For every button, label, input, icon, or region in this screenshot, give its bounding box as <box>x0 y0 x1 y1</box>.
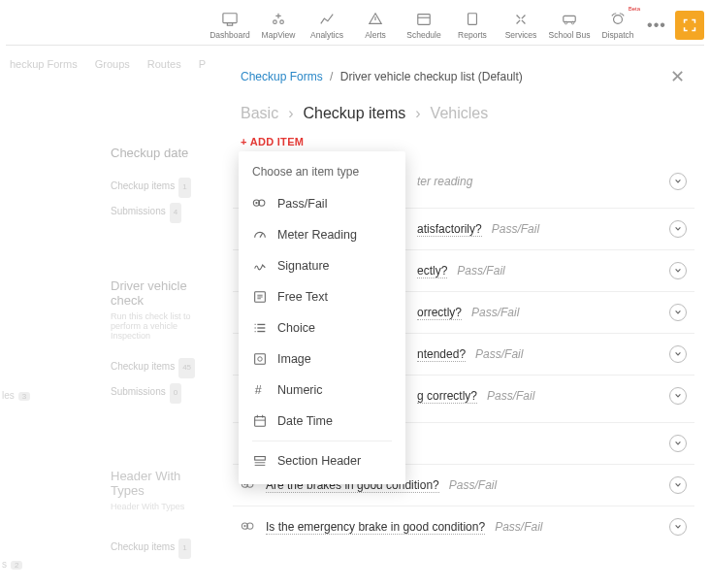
nav-alerts[interactable]: Alerts <box>351 6 400 45</box>
divider <box>252 441 392 441</box>
dropdown-option-passfail[interactable]: Pass/Fail <box>239 188 405 219</box>
checkup-item-row: Is the emergency brake in good condition… <box>233 506 694 547</box>
passfail-icon <box>252 196 268 212</box>
item-label[interactable]: ntended? <box>417 347 466 362</box>
datetime-icon <box>252 413 268 429</box>
top-nav: DashboardMapViewAnalyticsAlertsScheduleR… <box>0 6 710 45</box>
numeric-icon <box>252 382 268 398</box>
tab[interactable]: P <box>199 58 206 70</box>
expand-row-icon[interactable] <box>669 220 687 238</box>
badge: 0 <box>170 383 181 404</box>
dropdown-option-image[interactable]: Image <box>239 343 405 375</box>
nav-dispatch[interactable]: DispatchBeta <box>594 6 642 45</box>
expand-row-icon[interactable] <box>669 262 687 279</box>
option-label: Free Text <box>277 290 328 304</box>
more-icon[interactable]: ••• <box>642 16 671 34</box>
tab[interactable]: Routes <box>147 58 181 70</box>
separator: / <box>330 70 333 83</box>
option-label: Choice <box>277 321 315 335</box>
step-basic[interactable]: Basic <box>241 105 278 122</box>
nav-schedule[interactable]: Schedule <box>400 6 448 45</box>
expand-row-icon[interactable] <box>669 518 687 536</box>
schedule-icon <box>415 12 433 27</box>
option-label: Image <box>277 352 311 366</box>
background-content: heckup Forms Groups Routes P Checkup dat… <box>0 45 225 588</box>
dropdown-title: Choose an item type <box>239 157 405 188</box>
schoolbus-icon <box>561 12 578 27</box>
badge: 1 <box>178 178 190 198</box>
expand-row-icon[interactable] <box>669 435 687 452</box>
dropdown-option-meter[interactable]: Meter Reading <box>239 219 405 250</box>
expand-row-icon[interactable] <box>669 304 687 321</box>
chevron-right-icon: › <box>288 105 293 122</box>
nav-schoolbus[interactable]: School Bus <box>545 6 594 45</box>
item-label[interactable]: g correctly? <box>417 389 477 404</box>
dropdown-option-datetime[interactable]: Date Time <box>239 406 405 437</box>
form-title: Checkup date <box>111 146 217 160</box>
badge: 1 <box>178 539 190 559</box>
option-label: Meter Reading <box>277 228 357 242</box>
step-vehicles[interactable]: Vehicles <box>431 105 489 122</box>
expand-button[interactable] <box>675 11 704 40</box>
item-type: Pass/Fail <box>487 389 534 403</box>
reports-icon <box>464 12 481 27</box>
dropdown-option-freetext[interactable]: Free Text <box>239 281 405 312</box>
nav-reports[interactable]: Reports <box>448 6 497 45</box>
add-item-button[interactable]: + ADD ITEM <box>225 130 704 149</box>
alerts-icon <box>367 12 384 27</box>
item-type: Pass/Fail <box>449 478 497 492</box>
badge: 4 <box>170 203 181 223</box>
tab[interactable]: heckup Forms <box>10 58 78 70</box>
nav-label: Dispatch <box>601 30 633 40</box>
signature-icon <box>252 258 268 274</box>
expand-row-icon[interactable] <box>669 345 687 363</box>
nav-label: MapView <box>262 30 296 40</box>
badge: 45 <box>178 358 195 378</box>
freetext-icon <box>252 289 268 305</box>
image-icon <box>252 351 268 367</box>
nav-analytics[interactable]: Analytics <box>303 6 351 45</box>
expand-row-icon[interactable] <box>669 476 687 494</box>
nav-mapview[interactable]: MapView <box>254 6 303 45</box>
dropdown-option-numeric[interactable]: Numeric <box>239 375 405 406</box>
option-label: Section Header <box>277 454 361 468</box>
passfail-icon <box>241 519 256 535</box>
item-label[interactable]: atisfactorily? <box>417 222 482 237</box>
nav-dashboard[interactable]: Dashboard <box>206 6 254 45</box>
badge: 2 <box>11 561 22 570</box>
subtitle: Run this check list to perform a vehicle… <box>111 311 217 341</box>
item-label[interactable]: ectly? <box>417 264 447 278</box>
nav-services[interactable]: Services <box>497 6 545 45</box>
form-title: Driver vehicle check <box>111 278 217 308</box>
label: Submissions <box>111 206 166 216</box>
meter-icon <box>252 227 268 243</box>
dropdown-option-section[interactable]: Section Header <box>239 445 405 476</box>
item-label[interactable]: Is the emergency brake in good condition… <box>266 520 485 535</box>
tab[interactable]: Groups <box>95 58 130 70</box>
breadcrumb-link[interactable]: Checkup Forms <box>241 70 323 83</box>
nav-label: Reports <box>458 30 487 40</box>
dropdown-option-signature[interactable]: Signature <box>239 250 405 281</box>
breadcrumb-current: Driver vehicle checkup list (Default) <box>340 70 523 83</box>
option-label: Pass/Fail <box>277 197 327 211</box>
badge: 3 <box>18 392 30 401</box>
nav-label: Dashboard <box>210 30 250 40</box>
item-type: Pass/Fail <box>495 520 542 534</box>
option-label: Signature <box>277 259 330 273</box>
nav-label: Alerts <box>365 30 386 40</box>
label: s <box>2 559 7 570</box>
dropdown-option-choice[interactable]: Choice <box>239 312 405 343</box>
expand-row-icon[interactable] <box>669 173 687 190</box>
services-icon <box>512 12 530 27</box>
close-icon[interactable]: ✕ <box>666 62 689 91</box>
label: Checkup items <box>111 541 175 552</box>
option-label: Date Time <box>277 414 333 428</box>
expand-row-icon[interactable] <box>669 387 687 405</box>
steps: Basic › Checkup items › Vehicles <box>225 91 704 130</box>
label: Checkup items <box>111 180 175 191</box>
nav-label: Analytics <box>310 30 343 40</box>
nav-label: Services <box>505 30 537 40</box>
dashboard-icon <box>221 12 239 27</box>
step-checkup-items[interactable]: Checkup items <box>303 105 405 122</box>
item-label[interactable]: orrectly? <box>417 306 462 320</box>
